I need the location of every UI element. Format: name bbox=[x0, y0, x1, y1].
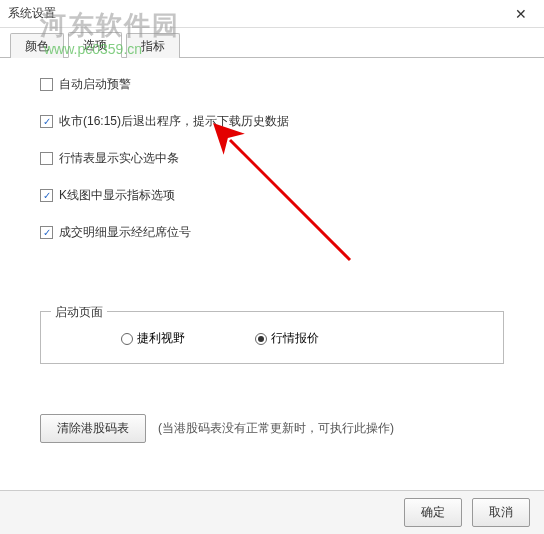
checkbox-icon[interactable] bbox=[40, 226, 53, 239]
tab-options[interactable]: 选项 bbox=[68, 32, 122, 58]
close-button[interactable]: ✕ bbox=[506, 4, 536, 24]
checkbox-label: 成交明细显示经纪席位号 bbox=[59, 224, 191, 241]
checkbox-icon[interactable] bbox=[40, 78, 53, 91]
radio-market-quote[interactable]: 行情报价 bbox=[255, 330, 319, 347]
option-close-market-prompt[interactable]: 收市(16:15)后退出程序，提示下载历史数据 bbox=[40, 113, 504, 130]
tab-indicators[interactable]: 指标 bbox=[126, 33, 180, 58]
radio-icon bbox=[121, 333, 133, 345]
checkbox-icon[interactable] bbox=[40, 152, 53, 165]
checkbox-icon[interactable] bbox=[40, 115, 53, 128]
title-bar: 系统设置 ✕ bbox=[0, 0, 544, 28]
option-show-kline-indicators[interactable]: K线图中显示指标选项 bbox=[40, 187, 504, 204]
checkbox-icon[interactable] bbox=[40, 189, 53, 202]
option-solid-selection[interactable]: 行情表显示实心选中条 bbox=[40, 150, 504, 167]
clear-hk-codes-button[interactable]: 清除港股码表 bbox=[40, 414, 146, 443]
radio-label: 捷利视野 bbox=[137, 330, 185, 347]
cancel-button[interactable]: 取消 bbox=[472, 498, 530, 527]
checkbox-label: 自动启动预警 bbox=[59, 76, 131, 93]
group-legend: 启动页面 bbox=[51, 304, 107, 321]
tab-color[interactable]: 颜色 bbox=[10, 33, 64, 58]
radio-label: 行情报价 bbox=[271, 330, 319, 347]
ok-button[interactable]: 确定 bbox=[404, 498, 462, 527]
tab-bar: 颜色 选项 指标 bbox=[0, 28, 544, 58]
radio-jieli-view[interactable]: 捷利视野 bbox=[121, 330, 185, 347]
option-auto-alert[interactable]: 自动启动预警 bbox=[40, 76, 504, 93]
startup-page-group: 启动页面 捷利视野 行情报价 bbox=[40, 311, 504, 364]
window-title: 系统设置 bbox=[8, 5, 56, 22]
radio-icon bbox=[255, 333, 267, 345]
radio-group: 捷利视野 行情报价 bbox=[61, 330, 483, 347]
clear-hint: (当港股码表没有正常更新时，可执行此操作) bbox=[158, 420, 394, 437]
tab-content: 自动启动预警 收市(16:15)后退出程序，提示下载历史数据 行情表显示实心选中… bbox=[0, 58, 544, 453]
checkbox-label: K线图中显示指标选项 bbox=[59, 187, 175, 204]
checkbox-label: 收市(16:15)后退出程序，提示下载历史数据 bbox=[59, 113, 289, 130]
dialog-footer: 确定 取消 bbox=[0, 490, 544, 534]
clear-codes-row: 清除港股码表 (当港股码表没有正常更新时，可执行此操作) bbox=[40, 414, 504, 443]
close-icon: ✕ bbox=[515, 6, 527, 22]
checkbox-label: 行情表显示实心选中条 bbox=[59, 150, 179, 167]
option-show-broker-seat[interactable]: 成交明细显示经纪席位号 bbox=[40, 224, 504, 241]
